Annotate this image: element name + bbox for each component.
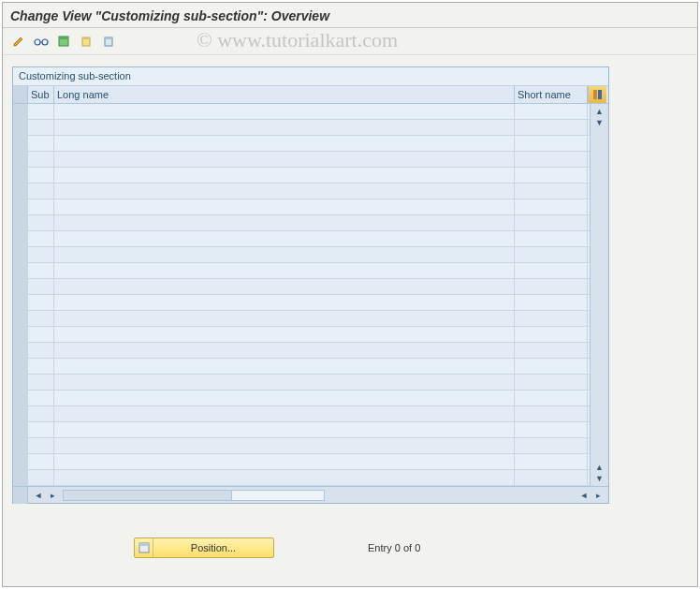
cell-long[interactable] — [54, 184, 515, 199]
cell-short[interactable] — [515, 454, 588, 469]
row-selector[interactable] — [13, 375, 28, 390]
table-row[interactable] — [13, 327, 590, 343]
table-settings-icon[interactable] — [588, 86, 606, 103]
row-selector[interactable] — [13, 120, 28, 135]
cell-long[interactable] — [54, 168, 515, 183]
cell-sub[interactable] — [28, 470, 54, 485]
cell-short[interactable] — [515, 343, 588, 358]
table-row[interactable] — [13, 231, 590, 247]
cell-long[interactable] — [54, 295, 515, 310]
cell-sub[interactable] — [28, 279, 54, 294]
cell-long[interactable] — [54, 199, 515, 214]
cell-sub[interactable] — [28, 184, 54, 199]
cell-long[interactable] — [54, 120, 515, 135]
cell-sub[interactable] — [28, 247, 54, 262]
scroll-down2-icon[interactable]: ▼ — [593, 473, 606, 484]
row-selector[interactable] — [13, 215, 28, 230]
copy-icon[interactable] — [76, 32, 96, 51]
table-row[interactable] — [13, 215, 590, 231]
table-row[interactable] — [13, 470, 590, 486]
row-selector[interactable] — [13, 343, 28, 358]
table-row[interactable] — [13, 120, 590, 136]
cell-long[interactable] — [54, 390, 515, 405]
cell-sub[interactable] — [28, 390, 54, 405]
cell-sub[interactable] — [28, 231, 54, 246]
hscroll-track[interactable] — [63, 490, 325, 501]
row-selector[interactable] — [13, 152, 28, 167]
cell-long[interactable] — [54, 279, 515, 294]
cell-short[interactable] — [515, 168, 588, 183]
cell-sub[interactable] — [28, 104, 54, 119]
cell-long[interactable] — [54, 327, 515, 342]
row-selector[interactable] — [13, 422, 28, 437]
row-selector[interactable] — [13, 231, 28, 246]
cell-long[interactable] — [54, 438, 515, 453]
table-row[interactable] — [13, 104, 590, 120]
row-selector[interactable] — [13, 104, 28, 119]
cell-sub[interactable] — [28, 199, 54, 214]
table-row[interactable] — [13, 390, 590, 406]
row-selector[interactable] — [13, 390, 28, 405]
table-row[interactable] — [13, 168, 590, 184]
cell-sub[interactable] — [28, 422, 54, 437]
row-selector[interactable] — [13, 327, 28, 342]
cell-sub[interactable] — [28, 295, 54, 310]
cell-short[interactable] — [515, 390, 588, 405]
row-selector[interactable] — [13, 184, 28, 199]
cell-long[interactable] — [54, 231, 515, 246]
cell-short[interactable] — [515, 120, 588, 135]
row-selector[interactable] — [13, 470, 28, 485]
cell-short[interactable] — [515, 247, 588, 262]
scroll-first-icon[interactable]: ◄ — [32, 490, 45, 501]
scroll-last-icon[interactable]: ▸ — [591, 490, 605, 501]
cell-long[interactable] — [54, 215, 515, 230]
cell-sub[interactable] — [28, 136, 54, 151]
column-sub[interactable]: Sub — [28, 86, 54, 103]
cell-short[interactable] — [515, 470, 588, 485]
cell-short[interactable] — [515, 231, 588, 246]
table-row[interactable] — [13, 422, 590, 438]
cell-long[interactable] — [54, 343, 515, 358]
cell-long[interactable] — [54, 454, 515, 469]
cell-long[interactable] — [54, 406, 515, 421]
cell-long[interactable] — [54, 375, 515, 390]
row-selector[interactable] — [13, 279, 28, 294]
cell-long[interactable] — [54, 422, 515, 437]
table-row[interactable] — [13, 247, 590, 263]
scroll-down-icon[interactable]: ▼ — [593, 117, 606, 128]
row-selector[interactable] — [13, 406, 28, 421]
cell-long[interactable] — [54, 311, 515, 326]
cell-short[interactable] — [515, 184, 588, 199]
row-selector[interactable] — [13, 359, 28, 374]
cell-short[interactable] — [515, 359, 588, 374]
cell-sub[interactable] — [28, 120, 54, 135]
cell-long[interactable] — [54, 104, 515, 119]
cell-sub[interactable] — [28, 438, 54, 453]
cell-sub[interactable] — [28, 454, 54, 469]
table-row[interactable] — [13, 375, 590, 390]
cell-short[interactable] — [515, 215, 588, 230]
row-selector[interactable] — [13, 263, 28, 278]
table-row[interactable] — [13, 438, 590, 454]
cell-short[interactable] — [515, 295, 588, 310]
row-selector[interactable] — [13, 454, 28, 469]
cell-long[interactable] — [54, 359, 515, 374]
table-row[interactable] — [13, 454, 590, 470]
cell-short[interactable] — [515, 422, 588, 437]
cell-sub[interactable] — [28, 359, 54, 374]
cell-sub[interactable] — [28, 215, 54, 230]
cell-sub[interactable] — [28, 375, 54, 390]
row-selector[interactable] — [13, 438, 28, 453]
new-entries-icon[interactable] — [53, 32, 74, 51]
table-row[interactable] — [13, 199, 590, 215]
row-selector[interactable] — [13, 136, 28, 151]
table-row[interactable] — [13, 136, 590, 152]
table-row[interactable] — [13, 343, 590, 359]
cell-short[interactable] — [515, 263, 588, 278]
row-selector[interactable] — [13, 247, 28, 262]
cell-short[interactable] — [515, 199, 588, 214]
table-row[interactable] — [13, 359, 590, 375]
cell-long[interactable] — [54, 470, 515, 485]
change-icon[interactable] — [8, 32, 29, 51]
table-row[interactable] — [13, 263, 590, 279]
